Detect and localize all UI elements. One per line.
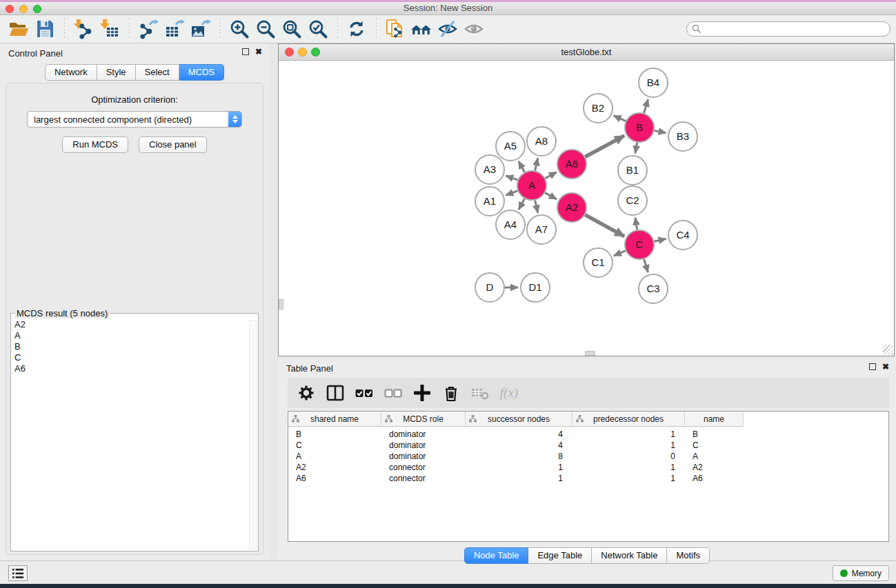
minimize-network-button[interactable] <box>298 48 307 57</box>
tab-select[interactable]: Select <box>136 64 179 81</box>
graph-node-B3[interactable]: B3 <box>668 122 697 151</box>
result-item[interactable]: C <box>14 352 258 363</box>
close-panel-icon[interactable]: ✖ <box>255 48 262 56</box>
zoom-out-icon[interactable] <box>254 17 277 41</box>
graph-node-A5[interactable]: A5 <box>496 132 525 161</box>
graph-node-D1[interactable]: D1 <box>521 273 550 302</box>
graph-node-B2[interactable]: B2 <box>584 94 613 123</box>
graph-node-D[interactable]: D <box>475 273 504 302</box>
table-row[interactable]: Cdominator41C <box>288 440 888 451</box>
graph-node-A4[interactable]: A4 <box>496 210 525 239</box>
memory-label: Memory <box>852 569 882 578</box>
node-table: shared nameMCDS rolesuccessor nodesprede… <box>288 411 889 542</box>
refresh-icon[interactable] <box>345 17 368 41</box>
maximize-network-button[interactable] <box>311 48 320 57</box>
graph-edge-A-A7 <box>535 201 538 213</box>
optimization-criterion-dropdown[interactable]: largest connected component (directed) <box>27 111 242 128</box>
tab-style[interactable]: Style <box>97 64 136 81</box>
search-field[interactable] <box>686 21 890 37</box>
open-file-icon[interactable] <box>7 17 30 41</box>
graph-edge-A-A8 <box>535 158 538 170</box>
close-network-button[interactable] <box>285 48 294 57</box>
export-image-icon[interactable] <box>189 17 212 41</box>
save-session-icon[interactable] <box>33 17 57 41</box>
export-network-icon[interactable] <box>137 17 160 41</box>
select-all-icon[interactable] <box>351 380 377 406</box>
column-header-mcds-role[interactable]: MCDS role <box>381 412 466 427</box>
run-mcds-button[interactable]: Run MCDS <box>62 136 128 153</box>
tab-edge-table[interactable]: Edge Table <box>528 547 592 564</box>
graph-node-A3[interactable]: A3 <box>475 155 504 184</box>
graph-node-A2[interactable]: A2 <box>557 193 586 222</box>
graph-node-B4[interactable]: B4 <box>639 68 668 97</box>
result-item[interactable]: A6 <box>14 363 258 374</box>
graph-node-C2[interactable]: C2 <box>618 186 647 215</box>
maximize-window-button[interactable] <box>33 5 41 13</box>
show-columns-icon[interactable] <box>322 380 348 406</box>
result-item[interactable]: A2 <box>14 319 258 330</box>
import-network-icon[interactable] <box>72 17 95 41</box>
graph-edge-A-A3 <box>506 176 517 180</box>
zoom-selected-icon[interactable] <box>306 17 330 41</box>
toolbar-separator <box>128 19 130 39</box>
memory-button[interactable]: Memory <box>833 565 889 581</box>
close-window-button[interactable] <box>6 5 14 13</box>
graph-node-C3[interactable]: C3 <box>639 274 668 303</box>
graph-node-A7[interactable]: A7 <box>527 215 556 244</box>
tab-node-table[interactable]: Node Table <box>464 547 529 564</box>
float-table-panel-icon[interactable] <box>869 363 876 370</box>
network-window-titlebar[interactable]: testGlobe.txt <box>279 44 894 61</box>
tab-network-table[interactable]: Network Table <box>592 547 667 564</box>
horizontal-scrollbar-stub[interactable] <box>585 351 595 356</box>
home-icon[interactable] <box>410 17 433 41</box>
network-canvas[interactable]: AA1A2A3A4A5A6A7A8BB1B2B3B4CC1C2C3C4DD1 <box>279 61 894 356</box>
vertical-scrollbar-stub[interactable] <box>279 299 283 310</box>
tab-network[interactable]: Network <box>45 64 97 81</box>
toolbar-separator <box>375 19 377 39</box>
graph-node-A8[interactable]: A8 <box>527 127 556 156</box>
tab-motifs[interactable]: Motifs <box>667 547 710 564</box>
table-row[interactable]: Bdominator41B <box>288 429 888 440</box>
graph-node-C4[interactable]: C4 <box>668 221 697 250</box>
column-header-successor-nodes[interactable]: successor nodes <box>466 412 573 427</box>
resize-grip[interactable] <box>883 345 893 355</box>
search-input[interactable] <box>704 24 885 34</box>
graph-node-B[interactable]: B <box>625 113 654 142</box>
table-row[interactable]: A2connector11A2 <box>288 462 888 473</box>
table-cell: dominator <box>381 429 466 439</box>
settings-icon[interactable] <box>293 380 319 406</box>
graph-edge-A-A2 <box>545 193 557 199</box>
column-header-name[interactable]: name <box>685 412 744 427</box>
result-item[interactable]: A <box>14 330 258 341</box>
graph-node-C1[interactable]: C1 <box>584 248 613 277</box>
close-table-panel-icon[interactable]: ✖ <box>882 363 889 371</box>
tab-mcds[interactable]: MCDS <box>179 64 224 81</box>
graph-node-A[interactable]: A <box>517 171 546 200</box>
column-header-shared-name[interactable]: shared name <box>288 412 381 427</box>
mcds-result-box: MCDS result (5 nodes) A2ABCA6 <box>10 308 259 551</box>
duplicate-network-icon[interactable] <box>384 17 407 41</box>
float-panel-icon[interactable] <box>242 48 249 55</box>
task-history-button[interactable] <box>8 565 28 581</box>
add-row-icon[interactable] <box>409 380 435 406</box>
hide-eye-icon[interactable] <box>436 17 459 41</box>
delete-row-icon[interactable] <box>438 380 464 406</box>
minimize-window-button[interactable] <box>19 5 28 13</box>
column-header-predecessor-nodes[interactable]: predecessor nodes <box>573 412 685 427</box>
result-scrollbar[interactable] <box>249 320 257 549</box>
table-row[interactable]: A6connector11A6 <box>288 473 888 484</box>
close-panel-button[interactable]: Close panel <box>139 136 207 153</box>
export-table-icon[interactable] <box>163 17 186 41</box>
graph-node-B1[interactable]: B1 <box>618 156 647 185</box>
graph-node-C[interactable]: C <box>625 230 654 259</box>
graph-edge-B-B1 <box>635 143 637 154</box>
zoom-fit-icon[interactable] <box>280 17 303 41</box>
table-row[interactable]: Adominator80A <box>288 451 888 462</box>
result-item[interactable]: B <box>14 341 258 352</box>
svg-text:A2: A2 <box>566 201 578 213</box>
graph-node-A6[interactable]: A6 <box>557 150 586 179</box>
import-table-icon[interactable] <box>98 17 121 41</box>
graph-node-A1[interactable]: A1 <box>475 187 504 216</box>
zoom-in-icon[interactable] <box>228 17 251 41</box>
deselect-all-icon[interactable] <box>380 380 406 406</box>
